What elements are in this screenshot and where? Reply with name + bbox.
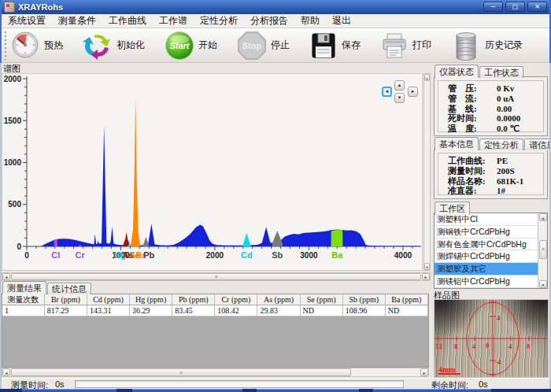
cell-as: 29.83: [257, 305, 300, 316]
save-label: 保存: [342, 39, 361, 52]
pan-left-button[interactable]: ◄: [382, 87, 392, 97]
stop-icon: Stop: [237, 31, 267, 61]
svg-text:8: 8: [454, 342, 458, 350]
svg-text:0: 0: [17, 242, 21, 251]
print-icon: [380, 31, 409, 60]
sample-reticle-overlay: 12 8 4 0 4 8 4 -4 4mm: [435, 300, 548, 377]
scroll-up-icon[interactable]: ▲: [539, 213, 547, 221]
measure-progress-bar: [75, 380, 404, 388]
workspace-item-solder[interactable]: 测焊锡中CrCdPbHg: [435, 250, 538, 263]
taskbar-button: [257, 389, 359, 392]
menu-help[interactable]: 帮助: [294, 14, 326, 28]
maximize-button[interactable]: ▢: [505, 2, 525, 12]
menu-work-spectrum[interactable]: 工作谱: [153, 14, 194, 28]
table-empty-area: [2, 316, 428, 367]
tab-basic-info[interactable]: 基本信息: [435, 137, 479, 150]
spectrum-chart-area[interactable]: 050010001500200001000200030004000ClCrHgA…: [2, 73, 423, 271]
pan-right-button[interactable]: ►: [408, 87, 418, 97]
toolbar-grip: [4, 31, 7, 60]
table-hscroll-thumb[interactable]: ≡: [11, 368, 351, 376]
stop-button[interactable]: Stop 停止: [237, 31, 290, 61]
print-label: 打印: [412, 39, 431, 52]
basic-info-panel: 工作曲线:PE 测量时间:200S 样品名称:681K-1 准直器:1#: [434, 149, 548, 199]
svg-text:4: 4: [508, 342, 512, 350]
workspace-item-nonferrous[interactable]: 测有色金属中CrCdPbHg: [435, 239, 538, 251]
menu-qualitative-analysis[interactable]: 定性分析: [194, 14, 244, 28]
scroll-left-icon[interactable]: ◄: [2, 368, 10, 376]
cell-se: ND: [301, 305, 343, 316]
window-border-left: [0, 0, 2, 392]
menu-work-curve[interactable]: 工作曲线: [102, 14, 153, 28]
scroll-down-icon[interactable]: ▼: [539, 280, 547, 288]
minimize-button[interactable]: ─: [483, 2, 503, 12]
scroll-up-icon[interactable]: ▲: [424, 74, 430, 81]
taskbar-button: [132, 389, 242, 392]
svg-text:Start: Start: [169, 41, 190, 50]
pan-up-button[interactable]: ▲: [394, 80, 405, 91]
scroll-left-icon[interactable]: ◄: [2, 273, 10, 280]
col-measure-count: 测量次数: [2, 294, 45, 305]
workspace-list-scrollbar[interactable]: ▲ ≡ ▼: [538, 213, 547, 288]
svg-text:0: 0: [486, 342, 490, 349]
svg-text:Stop: Stop: [242, 41, 262, 50]
history-icon: [451, 31, 481, 61]
svg-text:Cl: Cl: [51, 250, 60, 260]
tab-statistics[interactable]: 统计信息: [47, 283, 91, 294]
svg-text:500: 500: [8, 200, 21, 209]
stop-label: 停止: [271, 39, 290, 52]
workspace-item-steel[interactable]: 测钢铁中CrCdPbHg: [435, 226, 538, 239]
svg-text:-4: -4: [495, 358, 501, 366]
menu-system-settings[interactable]: 系统设置: [2, 14, 52, 28]
tube-voltage-row: 管 压:0 Kv: [438, 83, 543, 94]
workspace-scroll-thumb[interactable]: ≡: [539, 240, 547, 259]
workspace-item-plastic-cl[interactable]: 测塑料中Cl: [435, 213, 538, 226]
start-button[interactable]: Start 开始: [165, 31, 217, 61]
workspace-item-plastic-other[interactable]: 测塑胶及其它: [435, 263, 538, 276]
status-bar: 测量时间: 0s 剩余时间: 0s: [0, 378, 551, 390]
workspace-list[interactable]: 测塑料中Cl 测钢铁中CrCdPbHg 测有色金属中CrCdPbHg 测焊锡中C…: [434, 213, 548, 289]
cell-br: 817.29: [45, 305, 87, 316]
initialize-button[interactable]: 初始化: [83, 31, 145, 61]
workspace-item-mg-al[interactable]: 测镁铝中CrCdPbHg: [435, 276, 538, 288]
series-Ba-band: [331, 230, 343, 246]
tab-instrument-status[interactable]: 仪器状态: [435, 65, 479, 78]
svg-text:4: 4: [497, 314, 501, 322]
series-Cd-peak: [242, 233, 250, 246]
menu-exit[interactable]: 退出: [326, 14, 357, 28]
table-row[interactable]: 1 817.29 143.31 36.29 83.45 108.42 29.83…: [2, 305, 428, 316]
chart-hscroll-thumb[interactable]: ≡: [11, 273, 421, 280]
gauge-icon: [11, 31, 40, 60]
initialize-label: 初始化: [116, 39, 145, 52]
scroll-right-icon[interactable]: ►: [420, 368, 428, 376]
title-bar: XRAYRohs ─ ▢ ✕: [0, 0, 551, 14]
tab-measure-results[interactable]: 测量结果: [2, 281, 46, 294]
chart-vertical-scrollbar[interactable]: ▲ ▼: [423, 73, 431, 271]
tab-qualitative[interactable]: 定性分析: [479, 139, 523, 150]
scroll-down-icon[interactable]: ▼: [424, 263, 430, 270]
collimator-row: 准直器:1#: [438, 186, 543, 196]
toolbar: 预热 初始化 Start: [2, 28, 549, 63]
refresh-icon: [83, 31, 113, 61]
pan-down-button[interactable]: ▼: [394, 93, 405, 103]
close-button[interactable]: ✕: [527, 2, 547, 12]
spectrum-group-label: 谱图: [3, 63, 20, 75]
tab-workspace[interactable]: 工作区: [435, 202, 470, 215]
preheat-button[interactable]: 预热: [11, 31, 63, 60]
window-title: XRAYRohs: [18, 2, 63, 12]
cell-cr: 108.42: [215, 305, 257, 316]
taskbar-button: [373, 389, 491, 392]
tab-spectrum-info[interactable]: 谱信息: [524, 139, 551, 150]
print-button[interactable]: 打印: [380, 31, 431, 60]
save-button[interactable]: 保存: [309, 31, 361, 60]
results-table[interactable]: 测量次数 Br (ppm) Cd (ppm) Hg (ppm) Pb (ppm)…: [2, 294, 429, 368]
table-horizontal-scrollbar[interactable]: ◄ ≡ ►: [2, 368, 429, 377]
taskbar-sliver: [0, 389, 551, 392]
chart-horizontal-scrollbar[interactable]: ◄ ≡ ►: [2, 272, 431, 281]
scroll-right-icon[interactable]: ►: [422, 273, 430, 280]
tab-work-status[interactable]: 工作状态: [479, 66, 523, 78]
history-button[interactable]: 历史记录: [451, 31, 523, 61]
svg-text:4000: 4000: [394, 251, 412, 260]
menu-measure-conditions[interactable]: 测量条件: [52, 14, 102, 28]
svg-text:2000: 2000: [206, 251, 224, 260]
menu-analysis-report[interactable]: 分析报告: [244, 14, 294, 28]
